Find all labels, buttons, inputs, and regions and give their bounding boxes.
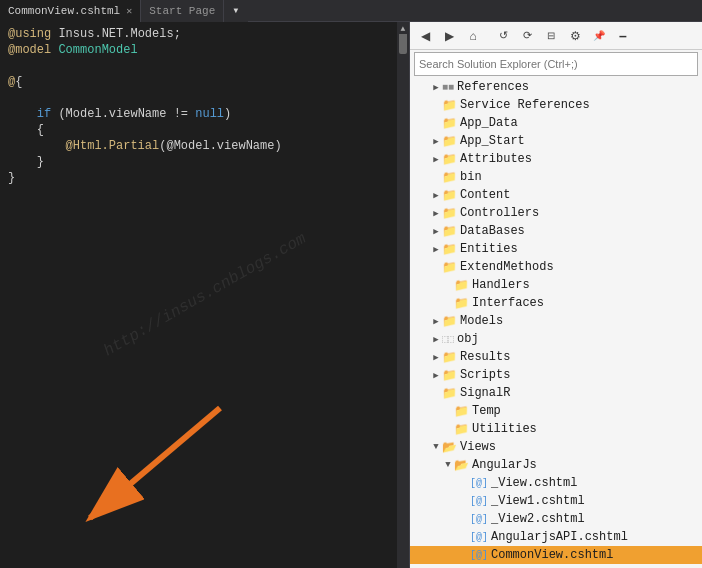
folder-icon: 📁 <box>454 278 469 293</box>
folder-icon: 📁 <box>442 224 457 239</box>
item-label: Temp <box>472 404 501 418</box>
expand-icon: ▶ <box>430 226 442 237</box>
scroll-up-button[interactable]: ▲ <box>397 22 409 34</box>
item-label: App_Start <box>460 134 525 148</box>
tree-item-view2-cshtml[interactable]: [@] _View2.cshtml <box>410 510 702 528</box>
tree-item-temp[interactable]: 📁 Temp <box>410 402 702 420</box>
folder-icon: 📁 <box>442 260 457 275</box>
tree-item-extendmethods[interactable]: 📁 ExtendMethods <box>410 258 702 276</box>
pin-button[interactable]: 📌 <box>588 25 610 47</box>
item-label: bin <box>460 170 482 184</box>
tree-item-views[interactable]: ▼ 📂 Views <box>410 438 702 456</box>
main-content: @using Insus.NET.Models; @model CommonMo… <box>0 22 702 568</box>
tree-item-utilities[interactable]: 📁 Utilities <box>410 420 702 438</box>
tab-close-button[interactable]: ✕ <box>126 5 132 17</box>
tree-item-results[interactable]: ▶ 📁 Results <box>410 348 702 366</box>
tree-item-service-references[interactable]: 📁 Service References <box>410 96 702 114</box>
editor-pane: @using Insus.NET.Models; @model CommonMo… <box>0 22 410 568</box>
line-content: @model CommonModel <box>0 42 138 58</box>
code-line-6: if (Model.viewName != null) <box>0 106 409 122</box>
item-label: Views <box>460 440 496 454</box>
tree-item-app-start[interactable]: ▶ 📁 App_Start <box>410 132 702 150</box>
item-label: References <box>457 80 529 94</box>
item-label: Utilities <box>472 422 537 436</box>
item-label: _View2.cshtml <box>491 512 585 526</box>
editor-body[interactable]: @using Insus.NET.Models; @model CommonMo… <box>0 22 409 568</box>
sync-button[interactable]: ↺ <box>492 25 514 47</box>
item-label: Attributes <box>460 152 532 166</box>
editor-scrollbar[interactable] <box>397 22 409 568</box>
item-label: Models <box>460 314 503 328</box>
forward-button[interactable]: ▶ <box>438 25 460 47</box>
solution-toolbar: ◀ ▶ ⌂ ↺ ⟳ ⊟ ⚙ 📌 – <box>410 22 702 50</box>
tab-bar: CommonView.cshtml ✕ Start Page ▾ <box>0 0 702 22</box>
folder-icon: 📁 <box>442 242 457 257</box>
close-pane-button[interactable]: – <box>612 25 634 47</box>
item-label: AngularJs <box>472 458 537 472</box>
tree-item-entities[interactable]: ▶ 📁 Entities <box>410 240 702 258</box>
expand-icon: ▶ <box>430 352 442 363</box>
tree-item-handlers[interactable]: 📁 Handlers <box>410 276 702 294</box>
folder-icon: 📁 <box>454 422 469 437</box>
tree-item-angularjs[interactable]: ▼ 📂 AngularJs <box>410 456 702 474</box>
back-button[interactable]: ◀ <box>414 25 436 47</box>
line-content: @Html.Partial(@Model.viewName) <box>0 138 282 154</box>
item-label: Content <box>460 188 510 202</box>
expand-icon: ▼ <box>430 442 442 452</box>
tree-item-interfaces[interactable]: 📁 Interfaces <box>410 294 702 312</box>
tree-item-models[interactable]: ▶ 📁 Models <box>410 312 702 330</box>
tree-item-app-data[interactable]: 📁 App_Data <box>410 114 702 132</box>
properties-button[interactable]: ⚙ <box>564 25 586 47</box>
line-content: @{ <box>0 74 22 90</box>
code-line-8: @Html.Partial(@Model.viewName) <box>0 138 409 154</box>
folder-icon: 📁 <box>442 116 457 131</box>
tree-item-databases[interactable]: ▶ 📁 DataBases <box>410 222 702 240</box>
model-type: CommonModel <box>51 43 137 57</box>
collapse-button[interactable]: ⊟ <box>540 25 562 47</box>
tree-item-commonview-cshtml[interactable]: [@] CommonView.cshtml <box>410 546 702 564</box>
tab-startpage[interactable]: Start Page <box>141 0 224 22</box>
expand-icon: ▶ <box>430 190 442 201</box>
directive: @using <box>8 27 51 41</box>
item-label: CommonView.cshtml <box>491 548 613 562</box>
item-label: Entities <box>460 242 518 256</box>
tree-item-signalr[interactable]: 📁 SignalR <box>410 384 702 402</box>
folder-icon: 📁 <box>442 350 457 365</box>
tree-item-bin[interactable]: 📁 bin <box>410 168 702 186</box>
expand-icon: ▶ <box>430 82 442 93</box>
tree-item-content[interactable]: ▶ 📁 Content <box>410 186 702 204</box>
code-line-10: } <box>0 170 409 186</box>
folder-icon: 📁 <box>442 314 457 329</box>
code-line-4: @{ <box>0 74 409 90</box>
item-label: App_Data <box>460 116 518 130</box>
expand-icon: ▶ <box>430 316 442 327</box>
home-button[interactable]: ⌂ <box>462 25 484 47</box>
file-icon: [@] <box>470 532 488 543</box>
tree-item-view-cshtml[interactable]: [@] _View.cshtml <box>410 474 702 492</box>
tree-item-attributes[interactable]: ▶ 📁 Attributes <box>410 150 702 168</box>
tree-item-view1-cshtml[interactable]: [@] _View1.cshtml <box>410 492 702 510</box>
solution-tree: ▶ ■■ References 📁 Service References 📁 A… <box>410 78 702 568</box>
line-content: if (Model.viewName != null) <box>0 106 231 122</box>
tree-item-scripts[interactable]: ▶ 📁 Scripts <box>410 366 702 384</box>
tree-item-obj[interactable]: ▶ ⬚⬚ obj <box>410 330 702 348</box>
line-content: @using Insus.NET.Models; <box>0 26 181 42</box>
item-label: Interfaces <box>472 296 544 310</box>
tab-dropdown[interactable]: ▾ <box>224 0 247 22</box>
folder-icon: 📁 <box>442 188 457 203</box>
svg-line-1 <box>90 408 220 518</box>
item-label: Handlers <box>472 278 530 292</box>
watermark: http://insus.cnblogs.com <box>100 230 309 361</box>
tree-item-angularjsapi-cshtml[interactable]: [@] AngularjsAPI.cshtml <box>410 528 702 546</box>
tree-item-references[interactable]: ▶ ■■ References <box>410 78 702 96</box>
line-content: { <box>0 122 44 138</box>
folder-icon: 📁 <box>442 170 457 185</box>
folder-icon: 📁 <box>442 98 457 113</box>
folder-icon: 📁 <box>442 386 457 401</box>
tree-item-controllers[interactable]: ▶ 📁 Controllers <box>410 204 702 222</box>
item-label: AngularjsAPI.cshtml <box>491 530 628 544</box>
refresh-button[interactable]: ⟳ <box>516 25 538 47</box>
solution-search-input[interactable] <box>419 58 693 70</box>
tab-commonview[interactable]: CommonView.cshtml ✕ <box>0 0 141 22</box>
solution-search-box[interactable] <box>414 52 698 76</box>
